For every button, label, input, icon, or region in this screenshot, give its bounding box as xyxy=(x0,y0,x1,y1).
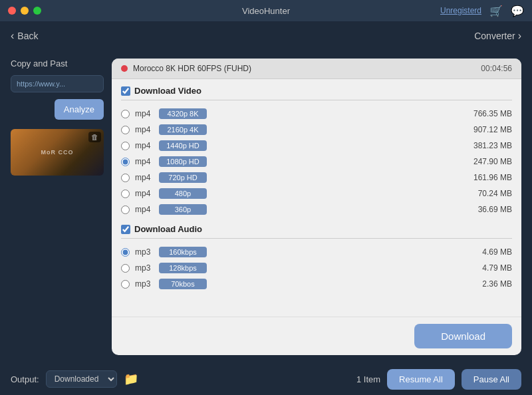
thumbnail-container: MoR CCO 🗑 xyxy=(11,129,104,176)
back-label: Back xyxy=(17,31,38,41)
format-size: 4.79 MB xyxy=(482,263,512,273)
audio-format-row: mp3 160kbps 4.69 MB xyxy=(121,244,512,260)
format-size: 381.23 MB xyxy=(473,141,512,150)
app-title: VideoHunter xyxy=(242,6,290,16)
audio-section-header: Download Audio xyxy=(121,224,512,239)
video-format-row: mp4 1080p HD 247.90 MB xyxy=(121,154,512,170)
video-format-row: mp4 1440p HD 381.23 MB xyxy=(121,138,512,154)
format-size: 36.69 MB xyxy=(478,205,512,214)
converter-chevron-icon: › xyxy=(518,30,521,42)
audio-section-title: Download Audio xyxy=(134,224,202,234)
download-dialog: Morocco 8K HDR 60FPS (FUHD) 00:04:56 Dow… xyxy=(112,59,521,355)
format-size: 766.35 MB xyxy=(473,109,512,118)
dialog-body: Download Video mp4 4320p 8K 766.35 MB mp… xyxy=(112,79,521,317)
close-button[interactable] xyxy=(8,7,16,15)
format-quality: 128kbps xyxy=(159,263,207,273)
format-quality: 360p xyxy=(159,204,207,215)
analyze-button[interactable]: Analyze xyxy=(55,99,104,120)
download-button[interactable]: Download xyxy=(414,324,512,348)
audio-formats-list: mp3 160kbps 4.69 MB mp3 128kbps 4.79 MB … xyxy=(121,244,512,292)
video-format-radio[interactable] xyxy=(121,158,130,166)
video-format-radio[interactable] xyxy=(121,205,130,214)
format-type: mp4 xyxy=(135,189,154,198)
back-chevron-icon: ‹ xyxy=(11,30,14,42)
video-section-header: Download Video xyxy=(121,86,512,100)
video-formats-list: mp4 4320p 8K 766.35 MB mp4 2160p 4K 907.… xyxy=(121,106,512,217)
audio-format-radio[interactable] xyxy=(121,264,130,273)
audio-section-checkbox[interactable] xyxy=(121,225,130,234)
video-format-row: mp4 720p HD 161.96 MB xyxy=(121,170,512,186)
video-format-radio[interactable] xyxy=(121,142,130,150)
audio-format-row: mp3 128kbps 4.79 MB xyxy=(121,260,512,276)
back-button[interactable]: ‹ Back xyxy=(11,30,38,42)
format-size: 4.69 MB xyxy=(482,247,512,257)
format-quality: 70kbos xyxy=(159,279,207,289)
unregistered-link[interactable]: Unregisterd xyxy=(440,6,481,15)
video-format-radio[interactable] xyxy=(121,126,130,134)
format-size: 2.36 MB xyxy=(482,279,512,289)
title-bar: VideoHunter Unregisterd 🛒 💬 xyxy=(0,0,532,21)
video-section-checkbox[interactable] xyxy=(121,86,130,96)
converter-label: Converter xyxy=(474,31,515,41)
format-quality: 1080p HD xyxy=(159,156,207,167)
item-count: 1 Item xyxy=(356,374,380,384)
format-size: 70.24 MB xyxy=(478,189,512,198)
thumbnail-label: MoR CCO xyxy=(41,149,74,156)
format-quality: 480p xyxy=(159,188,207,199)
format-type: mp4 xyxy=(135,173,154,182)
folder-icon[interactable]: 📁 xyxy=(124,372,138,386)
format-quality: 160kbps xyxy=(159,247,207,257)
delete-icon[interactable]: 🗑 xyxy=(88,132,101,142)
minimize-button[interactable] xyxy=(21,7,29,15)
maximize-button[interactable] xyxy=(33,7,41,15)
chat-icon[interactable]: 💬 xyxy=(511,5,524,17)
format-type: mp3 xyxy=(135,247,154,257)
video-format-row: mp4 2160p 4K 907.12 MB xyxy=(121,122,512,138)
format-type: mp4 xyxy=(135,157,154,166)
main-area: Copy and Past Analyze MoR CCO 🗑 Morocco … xyxy=(0,51,532,363)
format-type: mp3 xyxy=(135,279,154,289)
dialog-title: Morocco 8K HDR 60FPS (FUHD) xyxy=(133,64,251,73)
format-type: mp4 xyxy=(135,205,154,214)
cart-icon[interactable]: 🛒 xyxy=(489,5,503,17)
format-quality: 1440p HD xyxy=(159,140,207,151)
audio-format-row: mp3 70kbos 2.36 MB xyxy=(121,276,512,292)
dialog-header: Morocco 8K HDR 60FPS (FUHD) 00:04:56 xyxy=(112,59,521,79)
output-select[interactable]: Downloaded xyxy=(46,370,117,388)
video-format-row: mp4 4320p 8K 766.35 MB xyxy=(121,106,512,122)
copy-paste-label: Copy and Past xyxy=(11,59,104,68)
video-section-title: Download Video xyxy=(134,86,201,96)
video-format-row: mp4 360p 36.69 MB xyxy=(121,201,512,217)
window-controls xyxy=(8,7,41,15)
bottom-bar: Output: Downloaded 📁 1 Item Resume All P… xyxy=(0,363,532,395)
title-bar-right: Unregisterd 🛒 💬 xyxy=(440,5,524,17)
format-type: mp4 xyxy=(135,141,154,150)
dialog-footer: Download xyxy=(112,317,521,355)
format-quality: 4320p 8K xyxy=(159,108,207,119)
format-size: 161.96 MB xyxy=(473,173,512,182)
dialog-duration: 00:04:56 xyxy=(481,64,512,73)
audio-format-radio[interactable] xyxy=(121,280,130,289)
sidebar: Copy and Past Analyze MoR CCO 🗑 xyxy=(11,59,104,355)
audio-format-radio[interactable] xyxy=(121,248,130,257)
video-format-radio[interactable] xyxy=(121,190,130,198)
pause-all-button[interactable]: Pause All xyxy=(462,369,521,390)
format-type: mp4 xyxy=(135,125,154,134)
format-type: mp3 xyxy=(135,263,154,273)
nav-bar: ‹ Back Converter › xyxy=(0,21,532,51)
resume-all-button[interactable]: Resume All xyxy=(387,369,455,390)
format-size: 907.12 MB xyxy=(473,125,512,134)
url-input[interactable] xyxy=(11,75,104,92)
status-dot xyxy=(121,65,128,72)
converter-button[interactable]: Converter › xyxy=(474,30,521,42)
dialog-header-left: Morocco 8K HDR 60FPS (FUHD) xyxy=(121,64,251,73)
format-quality: 720p HD xyxy=(159,172,207,183)
output-label: Output: xyxy=(11,374,39,384)
video-format-radio[interactable] xyxy=(121,174,130,182)
format-size: 247.90 MB xyxy=(473,157,512,166)
video-format-row: mp4 480p 70.24 MB xyxy=(121,186,512,201)
video-format-radio[interactable] xyxy=(121,110,130,118)
format-type: mp4 xyxy=(135,109,154,118)
format-quality: 2160p 4K xyxy=(159,124,207,135)
